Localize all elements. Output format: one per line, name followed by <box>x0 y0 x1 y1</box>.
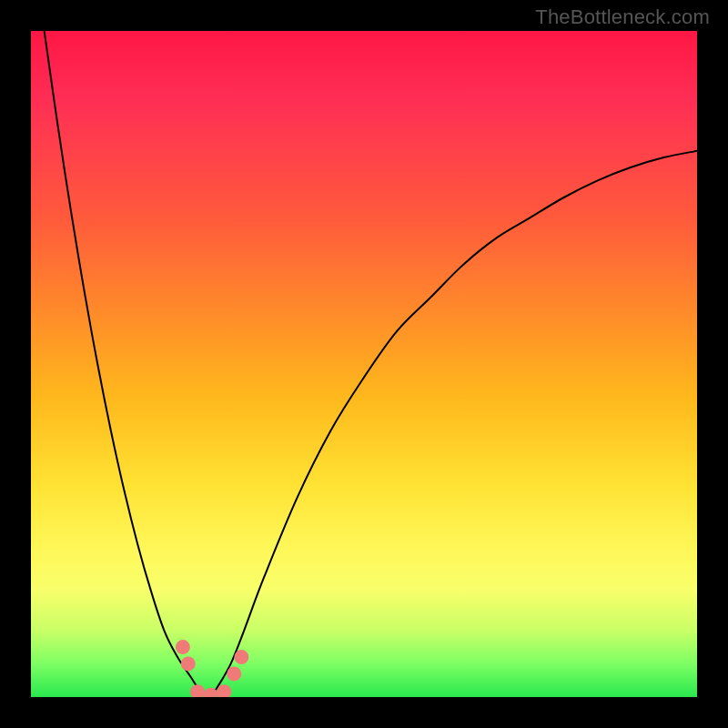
curve-right-branch <box>211 151 697 697</box>
curve-left-branch <box>45 31 211 697</box>
marker-dot-floor-1 <box>190 684 205 697</box>
marker-dot-left-upper <box>176 640 190 654</box>
chart-frame: TheBottleneck.com <box>0 0 728 728</box>
chart-svg <box>31 31 697 697</box>
marker-dot-right-upper <box>234 650 248 664</box>
plot-area <box>31 31 697 697</box>
watermark-text: TheBottleneck.com <box>535 5 710 29</box>
marker-dot-floor-3 <box>217 684 231 697</box>
marker-dot-right-lower <box>227 666 241 681</box>
marker-dot-left-lower <box>181 656 196 671</box>
series-layer <box>45 31 697 697</box>
